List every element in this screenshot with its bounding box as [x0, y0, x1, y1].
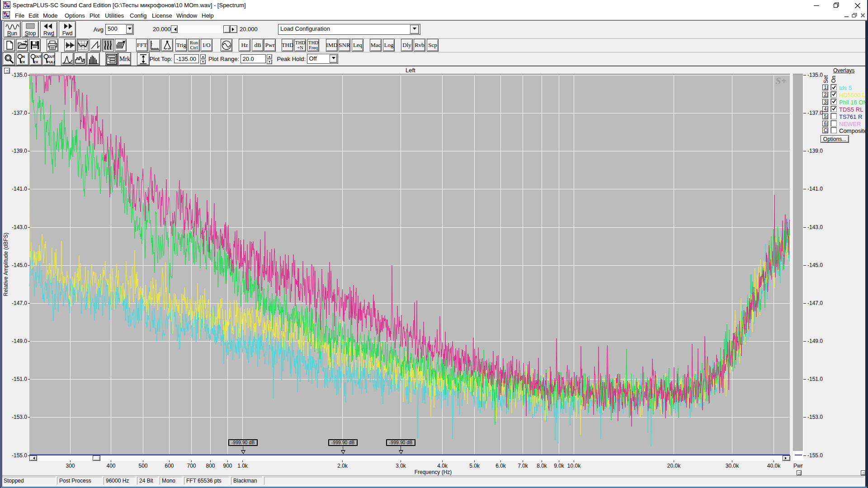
svg-text:S+: S+	[775, 75, 787, 86]
